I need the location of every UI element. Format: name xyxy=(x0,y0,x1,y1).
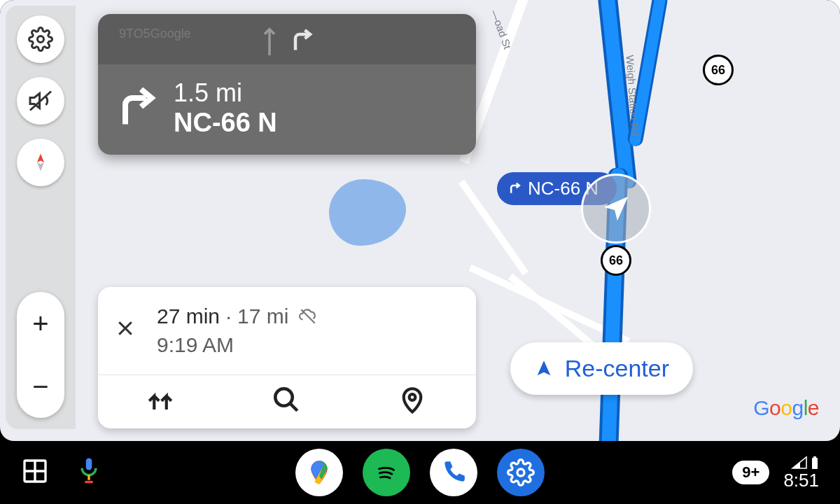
eta-arrival: 9:19 AM xyxy=(157,331,317,360)
nav-distance: 1.5 mi xyxy=(174,78,277,108)
volume-off-icon xyxy=(28,88,53,113)
turn-right-icon xyxy=(115,88,157,130)
map-canvas[interactable]: Weigh Station Rd —oad St 66 66 NC-66 N xyxy=(0,0,840,441)
recenter-label: Re-center xyxy=(565,355,669,382)
gear-icon xyxy=(28,27,53,52)
notification-badge[interactable]: 9+ xyxy=(732,461,769,484)
system-bottom-bar: 9+ 8:51 xyxy=(0,441,840,504)
battery-icon xyxy=(811,456,819,470)
navigation-arrow-icon xyxy=(600,192,632,225)
vehicle-position xyxy=(581,174,651,244)
eta-summary: 27 min · 17 mi 9:19 AM xyxy=(157,302,317,359)
settings-button[interactable] xyxy=(17,15,64,63)
svg-point-1 xyxy=(275,388,293,406)
mute-button[interactable] xyxy=(17,77,64,125)
maps-app-button[interactable] xyxy=(295,449,343,496)
cloud-off-icon xyxy=(299,307,317,326)
alternate-routes-button[interactable] xyxy=(146,385,176,416)
eta-distance: 17 mi xyxy=(237,304,288,328)
straight-arrow-icon xyxy=(260,22,279,59)
svg-point-0 xyxy=(38,36,44,43)
svg-rect-4 xyxy=(86,458,92,470)
svg-rect-8 xyxy=(812,458,818,469)
turn-right-icon xyxy=(289,28,314,53)
search-button[interactable] xyxy=(272,385,302,416)
maps-icon xyxy=(305,458,333,486)
grid-icon xyxy=(21,457,49,485)
settings-app-button[interactable] xyxy=(497,449,545,496)
left-rail: + − xyxy=(6,6,76,429)
location-accuracy-blob xyxy=(329,179,406,246)
turn-right-icon xyxy=(508,182,522,196)
close-icon xyxy=(115,318,136,339)
recenter-button[interactable]: Re-center xyxy=(510,342,693,395)
zoom-in-button[interactable]: + xyxy=(32,308,48,340)
eta-card: 27 min · 17 mi 9:19 AM xyxy=(98,287,476,428)
zoom-control: + − xyxy=(17,292,64,418)
destination-button[interactable] xyxy=(398,385,428,416)
navigation-card: 9TO5Google 1.5 mi NC-66 N xyxy=(98,14,476,155)
route-shield: 66 xyxy=(601,245,631,276)
close-navigation-button[interactable] xyxy=(115,318,136,344)
navigation-icon xyxy=(534,359,554,379)
phone-icon xyxy=(440,459,467,486)
svg-point-7 xyxy=(517,469,524,476)
watermark: 9TO5Google xyxy=(119,27,191,41)
compass-icon xyxy=(30,152,51,173)
gear-icon xyxy=(507,458,535,486)
routes-icon xyxy=(146,385,175,414)
search-icon xyxy=(272,385,301,414)
eta-duration: 27 min xyxy=(157,304,220,328)
phone-app-button[interactable] xyxy=(430,449,477,496)
route-shield: 66 xyxy=(703,55,734,85)
svg-point-2 xyxy=(410,394,416,400)
nav-road: NC-66 N xyxy=(174,108,277,138)
location-pin-icon xyxy=(398,385,427,414)
zoom-out-button[interactable]: − xyxy=(32,371,48,402)
launcher-button[interactable] xyxy=(21,457,49,488)
spotify-icon xyxy=(372,458,401,487)
status-clock: 8:51 xyxy=(783,471,819,489)
signal-icon xyxy=(791,456,808,470)
compass-button[interactable] xyxy=(17,139,64,186)
svg-rect-9 xyxy=(813,456,816,458)
google-attribution: Google xyxy=(753,396,819,420)
microphone-icon xyxy=(77,456,101,486)
assistant-button[interactable] xyxy=(77,456,101,489)
spotify-app-button[interactable] xyxy=(363,449,410,496)
